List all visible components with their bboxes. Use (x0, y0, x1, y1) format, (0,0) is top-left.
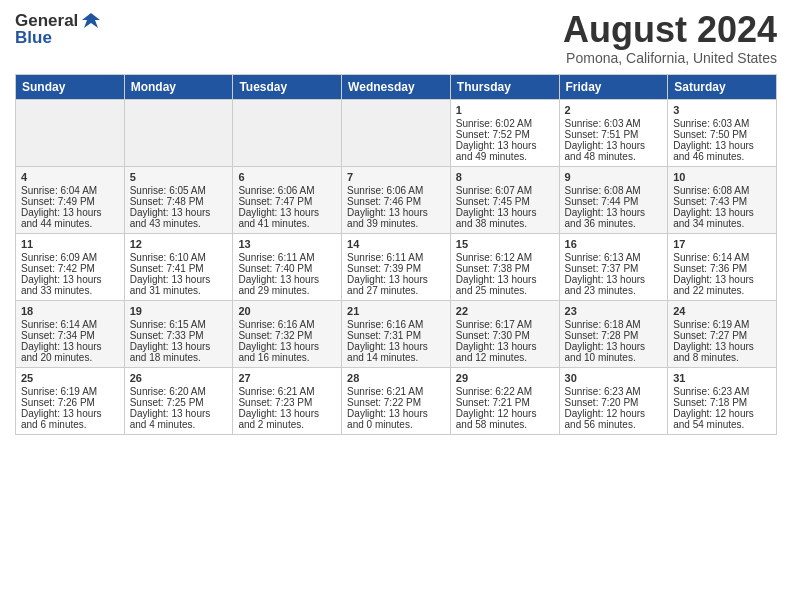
sunrise-text: Sunrise: 6:14 AM (21, 319, 119, 330)
sunset-text: Sunset: 7:23 PM (238, 397, 336, 408)
calendar-cell: 12Sunrise: 6:10 AMSunset: 7:41 PMDayligh… (124, 233, 233, 300)
daylight-label: Daylight: 13 hours and 18 minutes. (130, 341, 228, 363)
calendar-cell: 2Sunrise: 6:03 AMSunset: 7:51 PMDaylight… (559, 99, 668, 166)
calendar-cell: 19Sunrise: 6:15 AMSunset: 7:33 PMDayligh… (124, 300, 233, 367)
day-number: 3 (673, 104, 771, 116)
calendar-week-row: 11Sunrise: 6:09 AMSunset: 7:42 PMDayligh… (16, 233, 777, 300)
daylight-label: Daylight: 13 hours and 22 minutes. (673, 274, 771, 296)
daylight-label: Daylight: 13 hours and 6 minutes. (21, 408, 119, 430)
sunset-text: Sunset: 7:18 PM (673, 397, 771, 408)
day-number: 11 (21, 238, 119, 250)
sunrise-text: Sunrise: 6:08 AM (673, 185, 771, 196)
daylight-label: Daylight: 13 hours and 41 minutes. (238, 207, 336, 229)
daylight-label: Daylight: 13 hours and 39 minutes. (347, 207, 445, 229)
daylight-label: Daylight: 13 hours and 20 minutes. (21, 341, 119, 363)
sunset-text: Sunset: 7:36 PM (673, 263, 771, 274)
day-number: 22 (456, 305, 554, 317)
calendar-cell: 17Sunrise: 6:14 AMSunset: 7:36 PMDayligh… (668, 233, 777, 300)
calendar-cell: 24Sunrise: 6:19 AMSunset: 7:27 PMDayligh… (668, 300, 777, 367)
calendar-week-row: 25Sunrise: 6:19 AMSunset: 7:26 PMDayligh… (16, 367, 777, 434)
daylight-label: Daylight: 13 hours and 12 minutes. (456, 341, 554, 363)
daylight-label: Daylight: 13 hours and 38 minutes. (456, 207, 554, 229)
sunset-text: Sunset: 7:38 PM (456, 263, 554, 274)
sunset-text: Sunset: 7:20 PM (565, 397, 663, 408)
sunrise-text: Sunrise: 6:03 AM (673, 118, 771, 129)
calendar-cell: 25Sunrise: 6:19 AMSunset: 7:26 PMDayligh… (16, 367, 125, 434)
calendar-cell: 16Sunrise: 6:13 AMSunset: 7:37 PMDayligh… (559, 233, 668, 300)
weekday-header: Sunday (16, 74, 125, 99)
calendar-cell: 5Sunrise: 6:05 AMSunset: 7:48 PMDaylight… (124, 166, 233, 233)
sunset-text: Sunset: 7:43 PM (673, 196, 771, 207)
weekday-header: Tuesday (233, 74, 342, 99)
sunrise-text: Sunrise: 6:06 AM (347, 185, 445, 196)
sunrise-text: Sunrise: 6:06 AM (238, 185, 336, 196)
sunrise-text: Sunrise: 6:15 AM (130, 319, 228, 330)
sunrise-text: Sunrise: 6:11 AM (238, 252, 336, 263)
daylight-label: Daylight: 13 hours and 48 minutes. (565, 140, 663, 162)
sunrise-text: Sunrise: 6:21 AM (238, 386, 336, 397)
sunrise-text: Sunrise: 6:23 AM (565, 386, 663, 397)
day-number: 5 (130, 171, 228, 183)
calendar-cell: 29Sunrise: 6:22 AMSunset: 7:21 PMDayligh… (450, 367, 559, 434)
title-area: August 2024 Pomona, California, United S… (563, 10, 777, 66)
day-number: 8 (456, 171, 554, 183)
daylight-label: Daylight: 13 hours and 43 minutes. (130, 207, 228, 229)
calendar-cell (233, 99, 342, 166)
calendar: SundayMondayTuesdayWednesdayThursdayFrid… (15, 74, 777, 435)
day-number: 20 (238, 305, 336, 317)
day-number: 15 (456, 238, 554, 250)
location-title: Pomona, California, United States (563, 50, 777, 66)
sunset-text: Sunset: 7:40 PM (238, 263, 336, 274)
daylight-label: Daylight: 13 hours and 10 minutes. (565, 341, 663, 363)
sunrise-text: Sunrise: 6:23 AM (673, 386, 771, 397)
daylight-label: Daylight: 13 hours and 23 minutes. (565, 274, 663, 296)
calendar-cell: 13Sunrise: 6:11 AMSunset: 7:40 PMDayligh… (233, 233, 342, 300)
sunrise-text: Sunrise: 6:09 AM (21, 252, 119, 263)
sunset-text: Sunset: 7:48 PM (130, 196, 228, 207)
day-number: 30 (565, 372, 663, 384)
sunset-text: Sunset: 7:21 PM (456, 397, 554, 408)
day-number: 1 (456, 104, 554, 116)
sunrise-text: Sunrise: 6:18 AM (565, 319, 663, 330)
sunrise-text: Sunrise: 6:16 AM (347, 319, 445, 330)
day-number: 25 (21, 372, 119, 384)
sunset-text: Sunset: 7:44 PM (565, 196, 663, 207)
sunrise-text: Sunrise: 6:02 AM (456, 118, 554, 129)
sunset-text: Sunset: 7:32 PM (238, 330, 336, 341)
calendar-cell: 14Sunrise: 6:11 AMSunset: 7:39 PMDayligh… (342, 233, 451, 300)
day-number: 26 (130, 372, 228, 384)
sunset-text: Sunset: 7:39 PM (347, 263, 445, 274)
sunrise-text: Sunrise: 6:08 AM (565, 185, 663, 196)
month-title: August 2024 (563, 10, 777, 50)
sunrise-text: Sunrise: 6:10 AM (130, 252, 228, 263)
sunset-text: Sunset: 7:26 PM (21, 397, 119, 408)
weekday-header: Friday (559, 74, 668, 99)
sunset-text: Sunset: 7:34 PM (21, 330, 119, 341)
calendar-cell: 7Sunrise: 6:06 AMSunset: 7:46 PMDaylight… (342, 166, 451, 233)
day-number: 23 (565, 305, 663, 317)
calendar-cell: 4Sunrise: 6:04 AMSunset: 7:49 PMDaylight… (16, 166, 125, 233)
calendar-cell: 31Sunrise: 6:23 AMSunset: 7:18 PMDayligh… (668, 367, 777, 434)
calendar-cell: 3Sunrise: 6:03 AMSunset: 7:50 PMDaylight… (668, 99, 777, 166)
day-number: 18 (21, 305, 119, 317)
daylight-label: Daylight: 13 hours and 25 minutes. (456, 274, 554, 296)
sunset-text: Sunset: 7:31 PM (347, 330, 445, 341)
day-number: 31 (673, 372, 771, 384)
sunset-text: Sunset: 7:49 PM (21, 196, 119, 207)
daylight-label: Daylight: 13 hours and 16 minutes. (238, 341, 336, 363)
day-number: 4 (21, 171, 119, 183)
weekday-header: Saturday (668, 74, 777, 99)
calendar-cell: 11Sunrise: 6:09 AMSunset: 7:42 PMDayligh… (16, 233, 125, 300)
sunset-text: Sunset: 7:33 PM (130, 330, 228, 341)
sunset-text: Sunset: 7:27 PM (673, 330, 771, 341)
day-number: 16 (565, 238, 663, 250)
calendar-cell: 23Sunrise: 6:18 AMSunset: 7:28 PMDayligh… (559, 300, 668, 367)
weekday-header-row: SundayMondayTuesdayWednesdayThursdayFrid… (16, 74, 777, 99)
day-number: 19 (130, 305, 228, 317)
sunrise-text: Sunrise: 6:05 AM (130, 185, 228, 196)
calendar-cell: 30Sunrise: 6:23 AMSunset: 7:20 PMDayligh… (559, 367, 668, 434)
daylight-label: Daylight: 13 hours and 8 minutes. (673, 341, 771, 363)
calendar-cell (342, 99, 451, 166)
weekday-header: Wednesday (342, 74, 451, 99)
daylight-label: Daylight: 13 hours and 36 minutes. (565, 207, 663, 229)
